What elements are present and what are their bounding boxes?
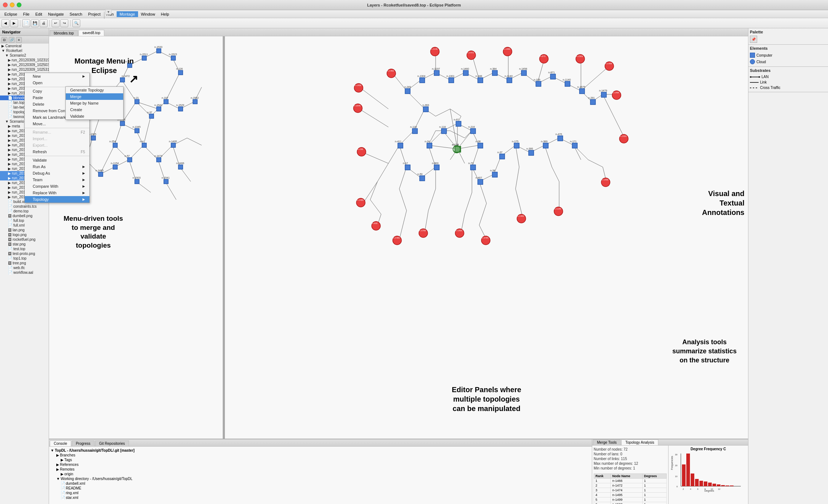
nav-collapse-btn[interactable]: ⊟ <box>1 37 7 43</box>
ctx-validate[interactable]: Validate <box>25 157 89 163</box>
nav-item-lan-png[interactable]: 🖼 lan.png <box>0 228 49 232</box>
nav-item-top1[interactable]: 📄 top1.top <box>0 256 49 261</box>
window-controls[interactable] <box>3 3 21 7</box>
palette-cloud[interactable]: Cloud <box>750 58 827 65</box>
ctx-import[interactable]: Import... <box>25 135 89 142</box>
nav-item-full-xml[interactable]: 📄 full.xml <box>0 223 49 228</box>
svg-text:Frequencies: Frequencies <box>671 456 674 470</box>
svg-rect-221 <box>514 143 519 148</box>
nav-item-run3[interactable]: ▶ run_20120309_102531 <box>0 67 49 72</box>
nav-item-demo[interactable]: 📄 demo.top <box>0 209 49 214</box>
menu-navigate[interactable]: Navigate <box>45 11 66 17</box>
nav-item-rocketfuel[interactable]: 🖼 rocketfuel.png <box>0 237 49 242</box>
svg-rect-193 <box>412 129 417 134</box>
git-star[interactable]: 📄 star.xml <box>51 495 590 500</box>
menu-help[interactable]: Help <box>158 11 172 17</box>
menu-eclipse[interactable]: Eclipse <box>1 11 20 17</box>
svg-text:n-24: n-24 <box>425 140 430 143</box>
toolbar-btn-redo[interactable]: ↪ <box>60 19 68 27</box>
tab-git[interactable]: Git Repositories <box>95 440 129 446</box>
git-topdl[interactable]: ▼ TopDL - /Users/hussain/git/TopDL/.git … <box>51 448 590 453</box>
nav-item-logo[interactable]: 🖼 logo.png <box>0 232 49 237</box>
minimize-button[interactable] <box>10 3 15 7</box>
toolbar-btn-save[interactable]: 💾 <box>31 19 39 27</box>
nav-item-workflow[interactable]: 📄 workflow.aal <box>0 270 49 275</box>
palette-pin-btn[interactable]: 📌 <box>750 36 757 43</box>
submenu-create[interactable]: Create <box>66 106 123 113</box>
ctx-replace-with[interactable]: Replace With ▶ <box>25 190 89 196</box>
git-remotes[interactable]: ▶ Remotes <box>51 467 590 472</box>
submenu-merge-by-name[interactable]: Merge by Name <box>66 100 123 106</box>
toolbar-btn-undo[interactable]: ↩ <box>52 19 60 27</box>
nav-item-web[interactable]: 📄 web.tfc <box>0 265 49 270</box>
submenu-merge[interactable]: Merge <box>66 93 123 100</box>
tab-topology-analysis[interactable]: Topology Analysis <box>621 439 658 445</box>
git-branches[interactable]: ▶ Branches <box>51 453 590 458</box>
tab-bbnodes[interactable]: bbnodes.top <box>50 30 78 36</box>
ctx-topology[interactable]: Topology ▶ <box>25 196 89 203</box>
palette-lan[interactable]: LAN <box>750 74 827 80</box>
tab-saved8[interactable]: saved8.top <box>78 30 104 36</box>
git-dumbell[interactable]: 📄 dumbell.xml <box>51 481 590 486</box>
svg-rect-316 <box>721 485 725 486</box>
git-origin[interactable]: ▶ origin <box>51 472 590 476</box>
menu-edit[interactable]: Edit <box>32 11 45 17</box>
git-tags[interactable]: ▶ Tags <box>51 458 590 462</box>
ctx-open[interactable]: Open <box>25 80 89 86</box>
palette-computer[interactable]: Computer <box>750 52 827 58</box>
nav-item-scenario2[interactable]: ▼ Scenario2 <box>0 53 49 58</box>
ctx-run-as[interactable]: Run As ▶ <box>25 163 89 170</box>
nav-item-dumbell[interactable]: 🖼 dumbell.png <box>0 214 49 218</box>
palette-cross-traffic[interactable]: Cross Traffic <box>750 85 827 90</box>
nav-menu-btn[interactable]: ≡ <box>16 37 22 43</box>
svg-rect-53 <box>128 63 132 68</box>
git-readme[interactable]: 📄 README <box>51 486 590 491</box>
toolbar-btn-search[interactable]: 🔍 <box>72 19 80 27</box>
close-button[interactable] <box>3 3 8 7</box>
git-working-dir[interactable]: ▼ Working directory - /Users/hussain/git… <box>51 476 590 481</box>
maximize-button[interactable] <box>17 3 21 7</box>
toolbar-btn-forward[interactable]: ▶ <box>10 19 18 27</box>
svg-line-148 <box>545 145 552 167</box>
nav-item-test-proto[interactable]: 🖼 test-proto.png <box>0 251 49 256</box>
svg-line-32 <box>187 138 202 145</box>
nav-item-run1[interactable]: ▶ run_20120309_102319 <box>0 58 49 62</box>
tab-console[interactable]: Console <box>50 440 71 446</box>
tab-progress[interactable]: Progress <box>72 440 94 446</box>
svg-rect-97 <box>164 179 168 184</box>
git-ring[interactable]: 📄 ring.xml <box>51 491 590 495</box>
toolbar-btn-new[interactable]: 📄 <box>22 19 30 27</box>
ctx-debug-as[interactable]: Debug As ▶ <box>25 170 89 176</box>
menu-window[interactable]: Window <box>138 11 158 17</box>
toolbar-btn-print[interactable]: 🖨 <box>40 19 48 27</box>
ctx-rename[interactable]: Rename... F2 <box>25 129 89 135</box>
nav-item-run2[interactable]: ▶ run_20120309_102503 <box>0 62 49 67</box>
menu-project[interactable]: Project <box>85 11 103 17</box>
graph-nodes-circles[interactable]: n-1645 n-156 n-1489 n-900 n-1460 n-3765 … <box>354 47 628 245</box>
menu-search[interactable]: Search <box>67 11 85 17</box>
ctx-compare-with[interactable]: Compare With ▶ <box>25 183 89 190</box>
nav-item-full-top[interactable]: 📄 full.top <box>0 218 49 223</box>
menu-montage[interactable]: Montage <box>117 11 138 17</box>
ctx-new[interactable]: New ▶ <box>25 73 89 80</box>
git-references[interactable]: ▶ References <box>51 462 590 467</box>
menu-file[interactable]: File <box>20 11 32 17</box>
toolbar-btn-back[interactable]: ◀ <box>1 19 9 27</box>
submenu-validate[interactable]: Validate <box>66 113 123 119</box>
nav-link-btn[interactable]: 🔗 <box>9 37 15 43</box>
nav-item-tree[interactable]: 🖼 tree.png <box>0 261 49 265</box>
nav-item-star[interactable]: 🖼 star.png <box>0 242 49 247</box>
ctx-team[interactable]: Team ▶ <box>25 176 89 183</box>
nav-item-rcokefuel[interactable]: ▼ Rcokefuel <box>0 48 49 53</box>
ctx-export[interactable]: Export... <box>25 142 89 149</box>
palette-link[interactable]: Link <box>750 80 827 85</box>
submenu-generate[interactable]: Generate Topology <box>66 87 123 93</box>
ctx-refresh[interactable]: Refresh F5 <box>25 149 89 155</box>
svg-line-146 <box>516 145 519 167</box>
nav-item-constraints[interactable]: 📄 constraints.tcs <box>0 204 49 209</box>
nav-item-canonical[interactable]: ▶ Canonical <box>0 44 49 48</box>
tab-merge-tools[interactable]: Merge Tools <box>593 439 621 445</box>
graph-nodes-squares[interactable]: n-249 n-393 n-119 n-411 n-17 n-50 n-900 <box>395 68 607 184</box>
nav-item-test[interactable]: 📄 test.top <box>0 247 49 251</box>
ctx-move[interactable]: Move... <box>25 121 89 127</box>
